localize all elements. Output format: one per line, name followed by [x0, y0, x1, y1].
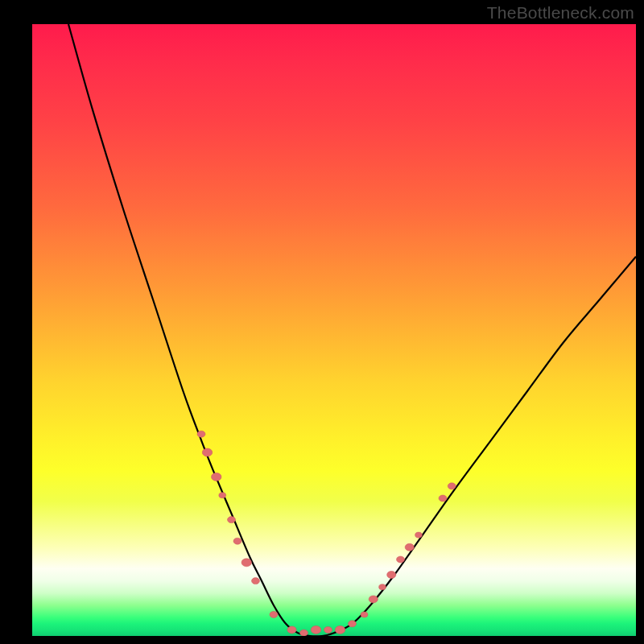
data-point [361, 612, 368, 617]
data-point [202, 448, 213, 456]
chart-stage: TheBottleneck.com [0, 0, 644, 644]
data-point [242, 559, 252, 567]
data-point [233, 538, 242, 544]
data-point [219, 493, 226, 498]
data-point [448, 483, 456, 489]
data-point [287, 626, 296, 634]
data-point [397, 556, 405, 563]
data-point [212, 473, 222, 481]
watermark-text: TheBottleneck.com [487, 3, 634, 23]
data-point [387, 572, 396, 579]
data-point [405, 543, 414, 551]
data-point [349, 621, 357, 627]
data-point [300, 630, 308, 636]
data-point [369, 596, 378, 603]
data-point [324, 626, 332, 633]
data-point [335, 625, 345, 634]
data-point-markers [32, 24, 636, 636]
plot-area [32, 24, 636, 636]
data-point [252, 578, 260, 584]
data-point [228, 517, 236, 523]
data-point [270, 611, 278, 617]
data-point [379, 584, 386, 590]
data-point [311, 625, 321, 634]
data-point [415, 532, 423, 538]
data-point [197, 431, 205, 437]
data-point [439, 495, 447, 502]
